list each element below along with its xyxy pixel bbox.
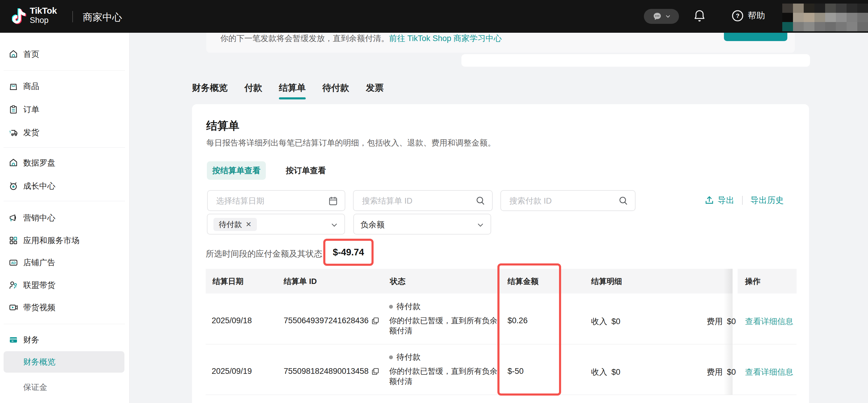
statement-id-cell: 7550649397241628436 <box>284 316 379 325</box>
balance-filter-value: 负余额 <box>361 219 384 230</box>
date-range-field[interactable] <box>207 190 345 211</box>
statement-id-search-input[interactable] <box>361 191 460 211</box>
sidebar-item-apps-market[interactable]: 应用和服务市场 <box>0 232 129 249</box>
export-icon <box>705 195 714 205</box>
app-title: 商家中心 <box>83 11 122 24</box>
status-filter-dropdown[interactable]: 待付款 ✕ <box>207 214 345 235</box>
copy-icon[interactable] <box>371 317 379 325</box>
status-cell: 待付款 你的付款已暂缓，直到所有负余额付清 <box>389 301 500 336</box>
income-value: $0 <box>612 317 620 326</box>
sidebar-item-deposit[interactable]: 保证金 <box>4 376 124 398</box>
sidebar-item-affiliate[interactable]: 联盟带货 <box>0 277 129 293</box>
status-filter-tag-label: 待付款 <box>219 219 242 230</box>
statement-id-cell: 7550981824890013458 <box>284 367 379 376</box>
view-details-link[interactable]: 查看详细信息 <box>745 316 793 327</box>
question-circle-icon: ? <box>731 9 744 22</box>
income-label: 收入 <box>591 317 607 326</box>
statement-id: 7550649397241628436 <box>284 316 369 325</box>
page-description: 每日报告将详细列出每笔已结算订单的明细，包括收入、退款、费用和调整金额。 <box>206 137 496 148</box>
clipboard-icon <box>9 105 18 114</box>
tab-statements[interactable]: 结算单 <box>279 82 306 99</box>
ad-badge-icon: AD <box>9 258 18 267</box>
statement-id: 7550981824890013458 <box>284 367 369 376</box>
finance-card-icon <box>9 335 18 344</box>
sidebar-item-label: 首页 <box>23 49 39 60</box>
sidebar-item-marketing-center[interactable]: 营销中心 <box>0 210 129 226</box>
brand-line1: TikTok <box>30 6 57 15</box>
payment-id-search-field[interactable] <box>500 190 636 211</box>
status-badge: 待付款 <box>397 352 421 363</box>
fee-cell: 费用$0 <box>707 316 736 327</box>
sidebar-item-label: 财务 <box>23 335 39 345</box>
messages-button[interactable] <box>644 9 679 24</box>
status-dot-icon <box>389 305 393 309</box>
sidebar-item-shop-ads[interactable]: AD 店铺广告 <box>0 254 129 271</box>
view-by-order-button[interactable]: 按订单查看 <box>286 165 326 176</box>
export-history-button[interactable]: 导出历史 <box>750 195 784 206</box>
notifications-bell-icon[interactable] <box>692 9 707 24</box>
view-details-link[interactable]: 查看详细信息 <box>745 367 793 377</box>
view-by-statement-button[interactable]: 按结算单查看 <box>207 161 266 180</box>
tab-finance-overview[interactable]: 财务概览 <box>192 82 228 99</box>
copy-icon[interactable] <box>371 368 379 375</box>
statements-card: 结算单 每日报告将详细列出每笔已结算订单的明细，包括收入、退款、费用和调整金额。… <box>192 104 809 403</box>
chevron-down-icon <box>331 221 338 228</box>
chat-bubble-icon <box>652 11 662 22</box>
people-icon <box>9 281 18 289</box>
export-button[interactable]: 导出 <box>718 195 734 206</box>
payment-id-search-input[interactable] <box>509 191 604 211</box>
sidebar-subitem-label: 财务概览 <box>23 356 55 367</box>
truck-icon <box>9 128 18 137</box>
divider <box>4 324 125 324</box>
finance-tabs: 财务概览 付款 结算单 待付款 发票 <box>192 82 384 99</box>
search-icon <box>475 196 486 206</box>
sidebar-item-finance[interactable]: 财务 <box>0 332 129 348</box>
status-filter-tag: 待付款 ✕ <box>213 218 257 231</box>
sidebar-item-finance-overview[interactable]: 财务概览 <box>4 351 124 373</box>
status-cell: 待付款 你的付款已暂缓，直到所有负余额付清 <box>389 352 500 386</box>
status-note: 你的付款已暂缓，直到所有负余额付清 <box>389 366 500 386</box>
statement-id-search-field[interactable] <box>353 190 493 211</box>
tiktok-logo-icon <box>12 8 28 25</box>
shopping-bag-icon <box>9 82 18 91</box>
notice-message: 你的下一笔发款将会暂缓发放，直到余额付清。 <box>220 34 389 43</box>
sidebar-item-data-compass[interactable]: 数据罗盘 <box>0 155 129 171</box>
notice-link[interactable]: 前往 TikTok Shop 商家学习中心 <box>389 34 502 43</box>
notice-text: 你的下一笔发款将会暂缓发放，直到余额付清。前往 TikTok Shop 商家学习… <box>220 33 502 44</box>
fee-cell: 费用$0 <box>707 367 736 377</box>
settlement-amount: $0.26 <box>507 316 528 325</box>
sidebar-item-label: 联盟带货 <box>23 280 55 290</box>
tab-pending-payment[interactable]: 待付款 <box>322 82 349 99</box>
sidebar-item-home[interactable]: 首页 <box>0 46 129 62</box>
status-dot-icon <box>389 355 393 359</box>
sidebar-item-shoppable-videos[interactable]: 带货视频 <box>0 300 129 315</box>
fee-label: 费用 <box>707 368 723 376</box>
divider <box>4 147 125 148</box>
summary-label: 所选时间段的应付金额及其状态 <box>206 248 322 259</box>
video-camera-icon <box>9 303 18 312</box>
tab-invoices[interactable]: 发票 <box>366 82 384 99</box>
table-row: 2025/09/19 7550981824890013458 待付款 你的付款已… <box>206 344 797 395</box>
fee-label: 费用 <box>707 317 723 326</box>
brand-wordmark: TikTok Shop <box>30 6 57 24</box>
view-toggle: 按结算单查看 按订单查看 <box>207 161 326 180</box>
chevron-down-icon <box>665 14 671 19</box>
sidebar-item-growth-center[interactable]: 成长中心 <box>0 178 129 194</box>
date-range-input[interactable] <box>216 191 313 211</box>
tab-payments[interactable]: 付款 <box>244 82 262 99</box>
sidebar-item-orders[interactable]: 订单 <box>0 101 129 118</box>
help-button[interactable]: ? 帮助 <box>731 9 765 22</box>
sidebar-item-products[interactable]: 商品 <box>0 78 129 94</box>
sidebar-item-shipping[interactable]: 发货 <box>0 124 129 141</box>
seller-center-page: 你的下一笔发款将会暂缓发放，直到余额付清。前往 TikTok Shop 商家学习… <box>0 0 868 403</box>
svg-text:?: ? <box>736 12 739 19</box>
summary-amount: $-49.74 <box>333 247 364 258</box>
balance-filter-dropdown[interactable]: 负余额 <box>353 214 491 235</box>
income-cell: 收入$0 <box>591 316 620 327</box>
remove-tag-icon[interactable]: ✕ <box>246 220 251 228</box>
svg-text:AD: AD <box>11 261 16 265</box>
growth-medal-icon <box>9 182 18 190</box>
sidebar-item-label: 带货视频 <box>23 302 55 313</box>
avatar[interactable] <box>782 4 868 31</box>
sidebar-item-label: 营销中心 <box>23 213 55 223</box>
